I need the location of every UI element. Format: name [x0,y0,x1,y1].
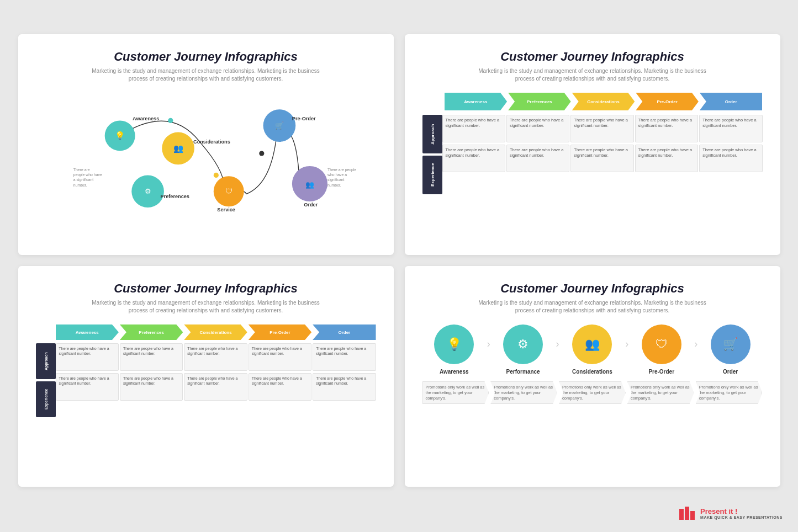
cj-awareness-label: Awareness [440,369,469,375]
svg-text:number.: number. [73,183,87,187]
cell-a4: There are people who have a significant … [635,115,698,142]
svg-text:Service: Service [217,207,235,212]
svg-text:💡: 💡 [115,131,125,141]
slide-4-title: Customer Journey Infographics [422,281,763,296]
approach-label: Approach [422,115,442,153]
cj-bottom-4: Promotions only work as well as the mark… [627,381,694,404]
s3-cell-e1: There are people who have a significant … [56,373,119,401]
svg-point-1 [213,173,218,178]
brand-name: Present it ! [700,507,783,516]
cj-performance-label: Performance [506,369,540,375]
svg-text:Order: Order [304,202,318,208]
brand-text-block: Present it ! MAKE QUICK & EASY PRESENTAT… [700,507,783,520]
s3-cell-a4: There are people who have a significant … [249,343,311,371]
cj-considerations: 👥 Considerations [572,324,612,375]
svg-rect-31 [690,511,695,520]
svg-point-2 [259,151,264,156]
svg-text:🛒: 🛒 [274,121,284,130]
svg-text:Pre-Order: Pre-Order [292,116,315,121]
experience-row: There are people who have a significant … [442,145,763,172]
cj-bottom-5: Promotions only work as well as the mark… [696,381,763,404]
cj-bottom-2: Promotions only work as well as the mark… [490,381,557,404]
s3-cell-e2: There are people who have a significant … [120,373,183,401]
slides-grid: Customer Journey Infographics Marketing … [18,34,780,487]
slide-4-subtitle: Marketing is the study and management of… [422,299,763,315]
cj-arrow-4: › [694,338,697,350]
slide-3-title: Customer Journey Infographics [36,281,376,296]
slide-3: Customer Journey Infographics Marketing … [18,266,394,487]
svg-rect-29 [679,509,684,520]
cj-arrow-1: › [487,338,490,350]
experience-label: Experience [422,156,442,194]
s3-arrow-preferences: Preferences [120,324,183,340]
svg-text:👥: 👥 [305,180,314,189]
svg-text:who have a: who have a [327,173,347,177]
cell-a2: There are people who have a significant … [506,115,569,142]
brand-logo [678,504,696,522]
slide-1: Customer Journey Infographics Marketing … [18,34,394,255]
s3-approach-row: There are people who have a significant … [56,343,376,371]
slide-2-title: Customer Journey Infographics [422,50,763,64]
cj-preorder: 🛡 Pre-Order [642,324,681,375]
flow-svg: 💡 Awareness 👥 Considerations ⚙ Preferenc… [36,93,376,214]
arrow-considerations: Considerations [572,93,635,110]
slide-2-subtitle: Marketing is the study and management of… [422,67,763,83]
cell-e1: There are people who have a significant … [442,145,505,172]
slide-1-subtitle: Marketing is the study and management of… [36,67,376,83]
s3-approach-label: Approach [36,343,56,379]
svg-text:🛡: 🛡 [225,187,232,195]
svg-text:significant: significant [327,178,345,182]
cell-e3: There are people who have a significant … [570,145,633,172]
slide-1-title: Customer Journey Infographics [36,50,376,64]
cj-awareness-circle: 💡 [434,324,474,364]
svg-text:There are: There are [73,168,89,172]
svg-text:a significant: a significant [73,178,93,182]
cj-preorder-label: Pre-Order [648,369,674,375]
branding: Present it ! MAKE QUICK & EASY PRESENTAT… [678,504,783,522]
cj-considerations-label: Considerations [572,369,612,375]
label-col: Approach Experience [422,115,442,194]
s3-cell-a5: There are people who have a significant … [313,343,376,371]
svg-rect-30 [685,507,689,520]
cj-preorder-circle: 🛡 [642,324,681,364]
cj-considerations-circle: 👥 [572,324,612,364]
arrow-preferences: Preferences [508,93,571,110]
approach-row: There are people who have a significant … [442,115,763,142]
slide-3-subtitle: Marketing is the study and management of… [36,299,376,315]
s3-cell-a2: There are people who have a significant … [120,343,183,371]
cj-bottom-row: Promotions only work as well as the mark… [422,381,763,404]
s3-arrow-considerations: Considerations [184,324,247,340]
s3-arrow-preorder: Pre-Order [249,324,311,340]
cell-e5: There are people who have a significant … [699,145,762,172]
cj-arrow-3: › [625,338,628,350]
slide-3-table: Approach Experience There are people who… [36,343,376,417]
s3-experience-row: There are people who have a significant … [56,373,376,401]
slide-2: Customer Journey Infographics Marketing … [405,34,780,255]
arrow-order: Order [700,93,763,110]
s3-arrow-order: Order [313,324,376,340]
cj-performance-circle: ⚙ [503,324,543,364]
cj-order-label: Order [723,369,738,375]
svg-text:There are people: There are people [327,168,356,172]
slide-2-table: Approach Experience There are people who… [422,115,763,194]
circle-journey-row: 💡 Awareness › ⚙ Performance › 👥 Consider… [422,324,763,375]
slide-2-arrows: Awareness Preferences Considerations Pre… [445,93,763,110]
data-col: There are people who have a significant … [442,115,763,194]
cj-bottom-1: Promotions only work as well as the mark… [422,381,489,404]
cj-order: 🛒 Order [711,324,751,375]
arrow-awareness: Awareness [445,93,508,110]
cell-a1: There are people who have a significant … [442,115,505,142]
s3-arrow-awareness: Awareness [56,324,119,340]
cj-performance: ⚙ Performance [503,324,543,375]
s3-cell-e5: There are people who have a significant … [313,373,376,401]
cell-a5: There are people who have a significant … [699,115,762,142]
svg-text:number.: number. [327,183,341,187]
s3-cell-e4: There are people who have a significant … [249,373,311,401]
svg-text:⚙: ⚙ [144,187,151,195]
svg-text:Preferences: Preferences [160,194,189,199]
s3-data-col: There are people who have a significant … [56,343,376,417]
cell-a3: There are people who have a significant … [570,115,633,142]
s3-cell-a1: There are people who have a significant … [56,343,119,371]
slide-1-flow: 💡 Awareness 👥 Considerations ⚙ Preferenc… [36,93,376,214]
slide-4: Customer Journey Infographics Marketing … [405,266,780,487]
